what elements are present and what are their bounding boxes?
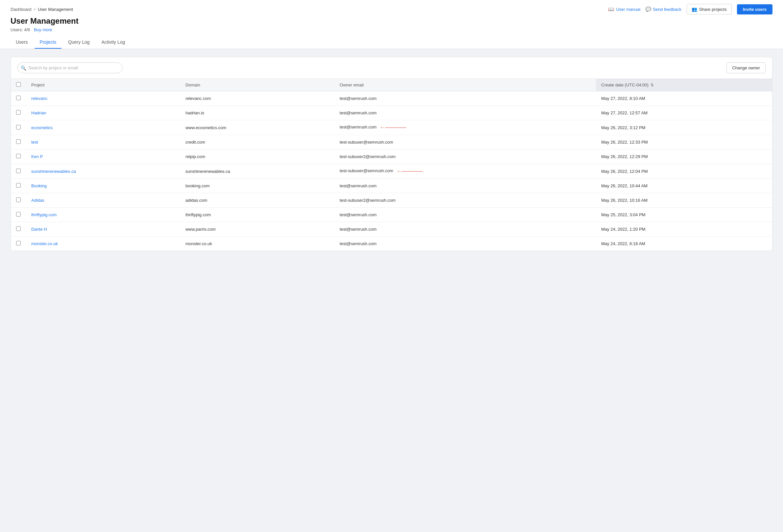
row-checkbox[interactable] [16, 125, 21, 130]
share-projects-button[interactable]: 👥 Share projects [687, 4, 732, 14]
cell-project: monster.co.uk [26, 237, 180, 251]
book-icon: 📖 [608, 6, 614, 12]
row-checkbox[interactable] [16, 212, 21, 217]
table-row: Ken Prelpip.comtest-subuser2@semrush.com… [11, 149, 772, 164]
search-input[interactable] [18, 62, 123, 73]
cell-owner-email: test@semrush.com [335, 208, 596, 222]
cell-create-date: May 24, 2022, 6:18 AM [596, 237, 772, 251]
feedback-icon: 💬 [646, 7, 651, 12]
row-checkbox[interactable] [16, 169, 21, 173]
header-actions: 📖 User manual 💬 Send feedback 👥 Share pr… [608, 4, 773, 14]
table-row: Hadrianhadrian.iotest@semrush.comMay 27,… [11, 106, 772, 120]
table-row: monster.co.ukmonster.co.uktest@semrush.c… [11, 237, 772, 251]
cell-owner-email: test@semrush.com [335, 106, 596, 120]
users-count-row: Users: 4/6 Buy more [10, 27, 773, 32]
table-row: Bookingbooking.comtest@semrush.comMay 26… [11, 179, 772, 193]
project-link[interactable]: Adidas [31, 198, 44, 203]
search-wrap: 🔍 [18, 62, 123, 73]
cell-create-date: May 27, 2022, 12:57 AM [596, 106, 772, 120]
cell-create-date: May 24, 2022, 1:20 PM [596, 222, 772, 237]
tab-activity-log[interactable]: Activity Log [96, 36, 130, 48]
project-link[interactable]: Booking [31, 184, 47, 188]
cell-create-date: May 25, 2022, 3:04 PM [596, 208, 772, 222]
table-row: thriftypig.comthriftypig.comtest@semrush… [11, 208, 772, 222]
select-all-checkbox[interactable] [16, 82, 21, 87]
cell-project: Ken P [26, 149, 180, 164]
row-checkbox[interactable] [16, 139, 21, 144]
cell-owner-email: test@semrush.com [335, 91, 596, 106]
projects-table: Project Domain Owner email Create date (… [11, 78, 772, 251]
cell-domain: relpip.com [180, 149, 335, 164]
table-row: sunshinerenewables.casunshinerenewables.… [11, 164, 772, 179]
cell-create-date: May 26, 2022, 3:12 PM [596, 120, 772, 135]
row-checkbox-cell [11, 179, 26, 193]
tab-projects[interactable]: Projects [34, 36, 62, 48]
project-link[interactable]: thriftypig.com [31, 212, 57, 217]
cell-create-date: May 26, 2022, 12:04 PM [596, 164, 772, 179]
main-content: 🔍 Change owner Project Domain Owner emai… [0, 49, 783, 259]
cell-project: thriftypig.com [26, 208, 180, 222]
row-checkbox[interactable] [16, 110, 21, 115]
cell-domain: adidas.com [180, 193, 335, 208]
user-manual-link[interactable]: 📖 User manual [608, 6, 640, 12]
row-checkbox-cell [11, 91, 26, 106]
cell-domain: thriftypig.com [180, 208, 335, 222]
row-checkbox-cell [11, 164, 26, 179]
row-checkbox-cell [11, 120, 26, 135]
table-row: testcredit.comtest-subuser@semrush.comMa… [11, 135, 772, 149]
table-row: Adidasadidas.comtest-subuser2@semrush.co… [11, 193, 772, 208]
row-checkbox-cell [11, 106, 26, 120]
table-toolbar: 🔍 Change owner [11, 57, 772, 78]
page-title-row: User Management [10, 16, 773, 26]
project-link[interactable]: Ken P [31, 154, 43, 159]
project-link[interactable]: ecosmetics [31, 125, 53, 130]
cell-project: Hadrian [26, 106, 180, 120]
breadcrumb-row: Dashboard > User Management 📖 User manua… [10, 4, 773, 14]
users-count: Users: 4/6 [10, 27, 30, 32]
cell-project: test [26, 135, 180, 149]
col-create-date[interactable]: Create date (UTC-04:00) ⇅ [596, 79, 772, 91]
project-link[interactable]: relevanc [31, 96, 48, 101]
row-checkbox[interactable] [16, 226, 21, 231]
project-link[interactable]: monster.co.uk [31, 241, 58, 246]
row-checkbox[interactable] [16, 183, 21, 188]
table-card: 🔍 Change owner Project Domain Owner emai… [10, 57, 773, 251]
cell-owner-email: test@semrush.com [335, 222, 596, 237]
tab-users[interactable]: Users [10, 36, 33, 48]
row-checkbox[interactable] [16, 241, 21, 245]
change-owner-button[interactable]: Change owner [726, 62, 765, 73]
breadcrumb: Dashboard > User Management [10, 7, 73, 12]
row-checkbox-cell [11, 149, 26, 164]
col-project: Project [26, 79, 180, 91]
buy-more-link[interactable]: Buy more [34, 27, 52, 32]
send-feedback-link[interactable]: 💬 Send feedback [646, 7, 681, 12]
row-checkbox-cell [11, 222, 26, 237]
cell-domain: monster.co.uk [180, 237, 335, 251]
table-row: Dante Hwww.parris.comtest@semrush.comMay… [11, 222, 772, 237]
row-checkbox[interactable] [16, 154, 21, 158]
select-all-header [11, 79, 26, 91]
sort-icon: ⇅ [651, 83, 654, 88]
cell-create-date: May 26, 2022, 10:16 AM [596, 193, 772, 208]
share-icon: 👥 [692, 7, 697, 12]
project-link[interactable]: test [31, 140, 38, 144]
cell-domain: booking.com [180, 179, 335, 193]
cell-create-date: May 26, 2022, 12:29 PM [596, 149, 772, 164]
row-checkbox[interactable] [16, 198, 21, 202]
cell-owner-email: test-subuser@semrush.com [335, 135, 596, 149]
tab-query-log[interactable]: Query Log [63, 36, 95, 48]
cell-project: Booking [26, 179, 180, 193]
row-checkbox-cell [11, 208, 26, 222]
project-link[interactable]: sunshinerenewables.ca [31, 169, 76, 174]
cell-domain: hadrian.io [180, 106, 335, 120]
invite-users-button[interactable]: Invite users [737, 4, 773, 14]
cell-owner-email: test@semrush.com [335, 237, 596, 251]
project-link[interactable]: Dante H [31, 227, 47, 232]
cell-create-date: May 26, 2022, 10:44 AM [596, 179, 772, 193]
row-checkbox[interactable] [16, 96, 21, 100]
page-title: User Management [10, 16, 79, 26]
table-row: relevancrelevanc.comtest@semrush.comMay … [11, 91, 772, 106]
cell-create-date: May 27, 2022, 8:10 AM [596, 91, 772, 106]
project-link[interactable]: Hadrian [31, 110, 46, 115]
breadcrumb-root[interactable]: Dashboard [10, 7, 32, 12]
